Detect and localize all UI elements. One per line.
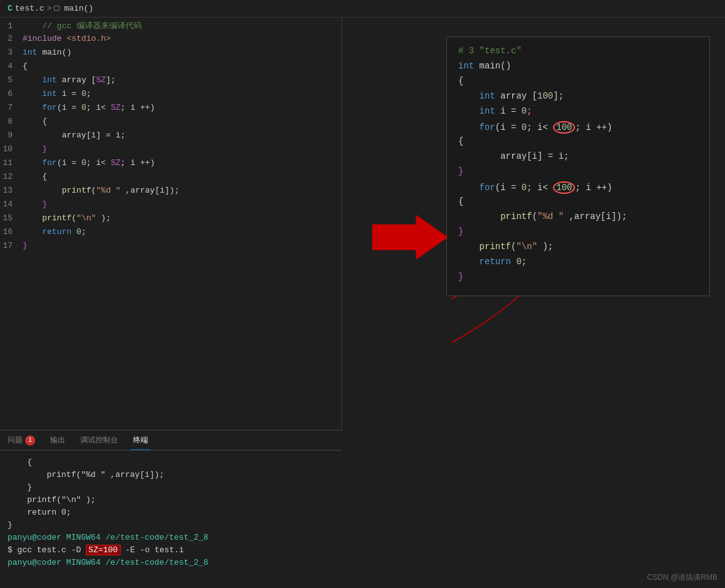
right-column: # 3 "test.c" int main() { int array [100… [342,18,725,588]
code-line-13: 13 printf("%d " ,array[i]); [0,186,341,200]
left-column: 1 // gcc 编译器来编译代码 2 #include <stdio.h> 3… [0,18,342,588]
code-line-6: 6 int i = 0; [0,89,341,103]
page-wrapper: C test.c > □ main() 1 // gcc 编译器来编译代码 2 … [0,0,725,588]
zoom-line-12: printf("%d " ,array[i]); [458,211,698,227]
code-line-14: 14 } [0,200,341,213]
svg-marker-0 [372,215,448,259]
code-editor[interactable]: 1 // gcc 编译器来编译代码 2 #include <stdio.h> 3… [0,18,341,430]
zoom-line-15: return 0; [458,257,698,272]
main-content: 1 // gcc 编译器来编译代码 2 #include <stdio.h> 3… [0,18,725,588]
zoom-line-1: # 3 "test.c" [458,46,698,61]
code-line-10: 10 } [0,144,341,158]
code-line-12: 12 { [0,172,341,186]
code-line-16: 16 return 0; [0,227,341,241]
zoom-line-5: int i = 0; [458,106,698,121]
breadcrumb-lang: C [8,4,13,13]
code-line-5: 5 int array [SZ]; [0,75,341,89]
bottom-panel: 问题 1 输出 调试控制台 终端 { printf [0,430,342,588]
term-cmd: $ gcc test.c -D SZ=100 -E -o test.i [8,543,335,556]
zoom-line-8: array[i] = i; [458,151,698,166]
zoomed-panel: # 3 "test.c" int main() { int array [100… [446,36,710,296]
breadcrumb: C test.c > □ main() [0,0,725,18]
code-line-2: 2 #include <stdio.h> [0,34,341,48]
code-line-9: 9 array[i] = i; [0,131,341,144]
zoom-line-10: for(i = 0; i< 100; i ++) [458,181,698,196]
term-line-3: } [8,481,335,493]
code-line-3: 3 int main() [0,48,341,61]
tab-problems[interactable]: 问题 1 [5,430,38,450]
code-line-7: 7 for(i = 0; i< SZ; i ++) [0,103,341,117]
breadcrumb-file: test.c [15,4,45,13]
problems-badge: 1 [25,436,35,446]
term-line-5: return 0; [8,506,335,518]
zoom-line-14: printf("\n" ); [458,242,698,257]
tab-terminal[interactable]: 终端 [131,430,151,450]
zoom-line-11: { [458,196,698,211]
code-line-1: 1 // gcc 编译器来编译代码 [0,20,341,34]
term-line-4: printf("\n" ); [8,493,335,506]
zoom-line-13: } [458,227,698,242]
tab-debug-console[interactable]: 调试控制台 [78,430,121,450]
zoom-line-7: { [458,136,698,151]
term-path-2: panyu@coder MINGW64 /e/test-code/test_2_… [8,556,335,569]
tab-output[interactable]: 输出 [48,430,68,450]
panel-tabs: 问题 1 输出 调试控制台 终端 [0,430,342,451]
code-line-15: 15 printf("\n" ); [0,213,341,227]
term-path-1: panyu@coder MINGW64 /e/test-code/test_2_… [8,531,335,543]
zoom-line-9: } [458,166,698,181]
zoom-line-16: } [458,272,698,287]
code-line-11: 11 for(i = 0; i< SZ; i ++) [0,158,341,172]
term-line-2: printf("%d " ,array[i]); [8,468,335,481]
term-highlight: SZ=100 [86,545,121,555]
code-line-4: 4 { [0,61,341,75]
zoom-line-3: { [458,76,698,91]
zoom-line-2: int main() [458,61,698,76]
term-line-1: { [8,456,335,468]
code-line-17: 17 } [0,241,341,255]
zoom-line-4: int array [100]; [458,91,698,106]
watermark: CSDN @请搞满RMB [647,572,717,583]
zoom-line-6: for(i = 0; i< 100; i ++) [458,121,698,136]
code-line-8: 8 { [0,117,341,131]
term-line-6: } [8,518,335,531]
terminal-content: { printf("%d " ,array[i]); } printf("\n"… [0,451,342,588]
breadcrumb-func: □ main() [54,4,93,13]
arrow [372,212,448,265]
